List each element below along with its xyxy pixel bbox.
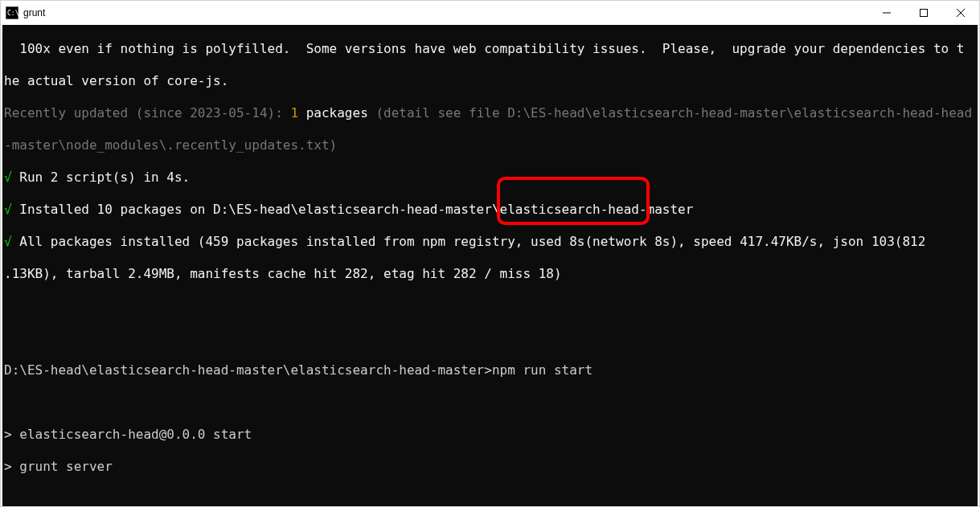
window-title: grunt [23, 7, 45, 18]
term-output: .13KB), tarball 2.49MB, manifests cache … [4, 266, 972, 282]
term-output: > grunt server [4, 459, 972, 475]
right-edge-white [978, 25, 979, 506]
term-output: -master\node_modules\.recently_updates.t… [4, 137, 972, 153]
term-prompt: D:\ES-head\elasticsearch-head-master\ela… [4, 362, 972, 378]
maximize-button[interactable] [905, 1, 942, 25]
prompt-path: D:\ES-head\elasticsearch-head-master\ela… [4, 362, 492, 378]
term-output: √ All packages installed (459 packages i… [4, 234, 972, 250]
term-text: All packages installed (459 packages ins… [12, 234, 926, 249]
term-blank [4, 330, 972, 346]
term-text: packages [298, 105, 368, 121]
term-blank [4, 395, 972, 411]
prompt-command: npm run start [492, 362, 593, 378]
close-button[interactable] [942, 1, 979, 25]
check-icon: √ [4, 234, 12, 249]
term-output: > elasticsearch-head@0.0.0 start [4, 427, 972, 443]
term-text: 1 [290, 105, 298, 121]
terminal-area[interactable]: 100x even if nothing is polyfilled. Some… [2, 25, 974, 506]
term-output: √ Installed 10 packages on D:\ES-head\el… [4, 202, 972, 218]
app-window: C:\ grunt 100x even if nothing is polyfi… [0, 0, 980, 507]
term-output: √ Run 2 script(s) in 4s. [4, 170, 972, 186]
check-icon: √ [4, 170, 12, 185]
term-output: 100x even if nothing is polyfilled. Some… [4, 41, 972, 57]
svg-rect-4 [921, 10, 928, 17]
window-body: 100x even if nothing is polyfilled. Some… [1, 25, 979, 506]
minimize-button[interactable] [868, 1, 905, 25]
term-text: Installed 10 packages on D:\ES-head\elas… [12, 202, 694, 217]
term-text: Run 2 script(s) in 4s. [12, 170, 191, 185]
term-text: Recently updated (since 2023-05-14) [4, 105, 275, 121]
svg-text:C:\: C:\ [7, 10, 18, 17]
cmd-icon: C:\ [6, 6, 18, 19]
term-output: Recently updated (since 2023-05-14): 1 p… [4, 105, 972, 121]
title-bar[interactable]: C:\ grunt [1, 1, 979, 25]
term-blank [4, 298, 972, 314]
term-output: he actual version of core-js. [4, 73, 972, 89]
check-icon: √ [4, 202, 12, 217]
term-text: : [275, 105, 290, 121]
term-blank [4, 491, 972, 506]
term-text: (detail see file D:\ES-head\elasticsearc… [368, 105, 972, 121]
